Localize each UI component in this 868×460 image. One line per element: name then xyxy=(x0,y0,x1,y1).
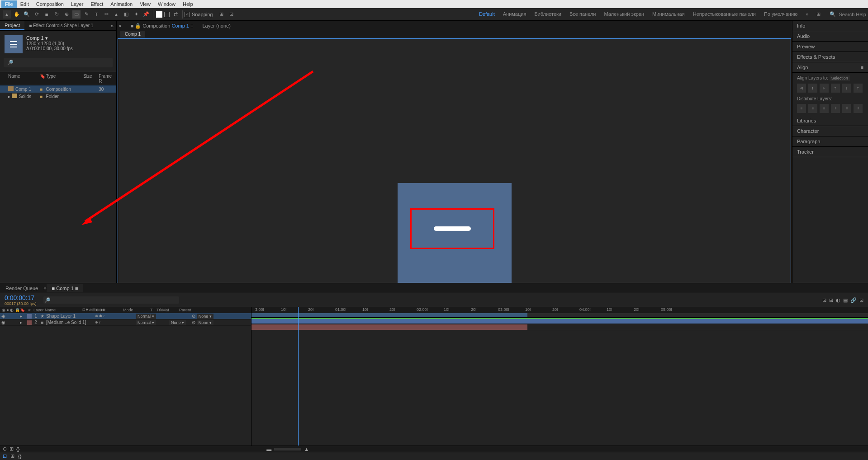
panel-character[interactable]: Character xyxy=(792,126,868,136)
workspace-reset-icon[interactable]: ⊞ xyxy=(816,11,821,17)
brush-tool-icon[interactable]: ✏ xyxy=(102,10,110,19)
dist-6-icon[interactable]: ⦀ xyxy=(854,104,863,113)
time-ruler[interactable]: 3:00f 10f 20f 01:00f 10f 20f 02:00f 10f … xyxy=(251,307,868,313)
snap-opt1-icon[interactable]: ⊞ xyxy=(218,10,226,19)
layer1-name[interactable]: Shape Layer 1 xyxy=(45,314,95,319)
timecode[interactable]: 0:00:00:17 xyxy=(5,294,41,301)
menu-composition[interactable]: Composition xyxy=(33,0,67,8)
stroke-icon[interactable] xyxy=(164,12,170,17)
layer2-parent-dropdown[interactable]: None ▾ xyxy=(197,320,213,325)
tl-i2-icon[interactable]: ⊞ xyxy=(829,297,833,303)
eraser-tool-icon[interactable]: ◧ xyxy=(122,10,130,19)
align-vcenter-icon[interactable]: ⫰ xyxy=(842,84,851,93)
clone-tool-icon[interactable]: ▲ xyxy=(112,10,120,19)
project-search[interactable]: 🔎 xyxy=(4,58,113,67)
header-parent[interactable]: Parent xyxy=(179,308,206,312)
pen-tool-icon[interactable]: ✎ xyxy=(82,10,90,19)
align-hcenter-icon[interactable]: ⫿ xyxy=(808,84,817,93)
anchor-tool-icon[interactable]: ⊕ xyxy=(62,10,71,19)
tab-composition-viewer[interactable]: ■ 🔒 Composition Comp 1 ≡ xyxy=(130,23,193,29)
menu-edit[interactable]: Edit xyxy=(17,0,33,8)
header-name[interactable]: Name xyxy=(0,74,40,84)
workspace-default-ru[interactable]: По умолчанию xyxy=(764,11,797,17)
fill-icon[interactable] xyxy=(156,11,162,18)
align-right-icon[interactable]: ⫸ xyxy=(820,84,829,93)
shape-pill[interactable] xyxy=(434,226,471,231)
align-target-dropdown[interactable]: Selection xyxy=(830,75,850,81)
header-mode[interactable]: Mode xyxy=(123,308,150,312)
header-layername[interactable]: Layer Name xyxy=(33,308,82,312)
dist-3-icon[interactable]: ≡ xyxy=(820,104,829,113)
workspace-minimal[interactable]: Минимальная xyxy=(652,11,685,17)
timeline-tracks[interactable]: 3:00f 10f 20f 01:00f 10f 20f 02:00f 10f … xyxy=(251,307,868,446)
panel-effects-presets[interactable]: Effects & Presets xyxy=(792,52,868,62)
tab-render-queue[interactable]: Render Queue xyxy=(0,284,43,292)
workspace-undocked[interactable]: Непристыкованные панели xyxy=(693,11,756,17)
panel-preview[interactable]: Preview xyxy=(792,42,868,52)
snapping-checkbox[interactable]: ✓ xyxy=(185,12,190,17)
track-layer2[interactable] xyxy=(251,324,527,330)
zoom-tool-icon[interactable]: 🔍 xyxy=(23,10,31,19)
workspace-overflow-icon[interactable]: » xyxy=(806,11,808,17)
menu-view[interactable]: View xyxy=(136,0,154,8)
tf-zoom-slider[interactable] xyxy=(274,448,301,451)
tab-project[interactable]: Project xyxy=(0,21,24,30)
tf-toggle3-icon[interactable]: {} xyxy=(16,446,19,452)
hand-tool-icon[interactable]: ✋ xyxy=(13,10,21,19)
menu-animation[interactable]: Animation xyxy=(107,0,136,8)
tl-i4-icon[interactable]: ▤ xyxy=(843,297,848,303)
workspace-libraries[interactable]: Библиотеки xyxy=(534,11,561,17)
menu-file[interactable]: File xyxy=(1,0,17,8)
menu-layer[interactable]: Layer xyxy=(67,0,87,8)
panel-paragraph[interactable]: Paragraph xyxy=(792,136,868,147)
dist-5-icon[interactable]: ⦀ xyxy=(842,104,851,113)
timeline-search[interactable]: 🔎 xyxy=(43,296,179,304)
panel-info[interactable]: Info xyxy=(792,21,868,31)
layer1-parent-dropdown[interactable]: None ▾ xyxy=(197,314,213,319)
tf-zoomin-icon[interactable]: ▲ xyxy=(304,446,309,452)
layer1-mode-dropdown[interactable]: Normal ▾ xyxy=(136,314,156,319)
layer2-name[interactable]: [Medium...e Solid 1] xyxy=(45,320,95,325)
panel-audio[interactable]: Audio xyxy=(792,31,868,42)
layer2-trkmat-dropdown[interactable]: None ▾ xyxy=(169,320,186,325)
layer1-visibility-icon[interactable]: ◉ xyxy=(0,314,6,319)
header-type[interactable]: Type xyxy=(46,74,84,84)
panel-align[interactable]: Align≡ xyxy=(792,62,868,73)
panel-tracker[interactable]: Tracker xyxy=(792,147,868,157)
selection-tool-icon[interactable]: ▲ xyxy=(3,10,11,19)
project-item-comp1[interactable]: Comp 1 ■ Composition 30 xyxy=(0,85,116,93)
panel-overflow-icon[interactable]: » xyxy=(108,23,116,28)
type-tool-icon[interactable]: T xyxy=(92,10,100,19)
track-layer1[interactable] xyxy=(251,318,868,324)
search-help[interactable]: 🔍 Search Help xyxy=(830,11,866,17)
tl-i6-icon[interactable]: ⊡ xyxy=(859,297,863,303)
orbit-tool-icon[interactable]: ⟳ xyxy=(33,10,41,19)
workspace-allpanels[interactable]: Все панели xyxy=(569,11,596,17)
project-item-solids[interactable]: ▸ Solids ■ Folder xyxy=(0,93,116,100)
puppet-tool-icon[interactable]: 📌 xyxy=(142,10,150,19)
header-size[interactable]: Size xyxy=(83,74,99,84)
menu-help[interactable]: Help xyxy=(179,0,197,8)
work-area-bar[interactable] xyxy=(251,313,868,318)
tf-toggle1-icon[interactable]: ⊙ xyxy=(3,446,7,452)
status-icon3[interactable]: {} xyxy=(18,454,21,459)
dist-1-icon[interactable]: ≡ xyxy=(797,104,806,113)
layer-row-2[interactable]: ◉ ▸ 2 ■ [Medium...e Solid 1] ⊕ / Normal … xyxy=(0,319,251,326)
dist-4-icon[interactable]: ⦀ xyxy=(831,104,840,113)
roto-tool-icon[interactable]: ✦ xyxy=(132,10,140,19)
swap-icon[interactable]: ⇄ xyxy=(171,10,180,19)
tl-i3-icon[interactable]: ◐ xyxy=(836,297,840,303)
tf-zoomout-icon[interactable]: ▬ xyxy=(266,446,271,452)
layer-row-1[interactable]: ◉ ▸ 1 ★ Shape Layer 1 ⊕ ✱ / Normal ▾ ⊙ N… xyxy=(0,313,251,319)
snap-opt2-icon[interactable]: ⊡ xyxy=(228,10,236,19)
comp-thumbnail[interactable] xyxy=(5,35,23,53)
status-icon2[interactable]: ⊞ xyxy=(10,453,14,459)
comp-subtab[interactable]: Comp 1 xyxy=(120,31,145,38)
align-top-icon[interactable]: ⫯ xyxy=(831,84,840,93)
camera-tool-icon[interactable]: ■ xyxy=(43,10,51,19)
align-left-icon[interactable]: ⫷ xyxy=(797,84,806,93)
tab-effect-controls[interactable]: ■ Effect Controls Shape Layer 1 xyxy=(24,22,98,29)
menu-effect[interactable]: Effect xyxy=(87,0,107,8)
header-framer[interactable]: Frame R xyxy=(99,74,116,84)
tl-i1-icon[interactable]: ⊡ xyxy=(822,297,826,303)
